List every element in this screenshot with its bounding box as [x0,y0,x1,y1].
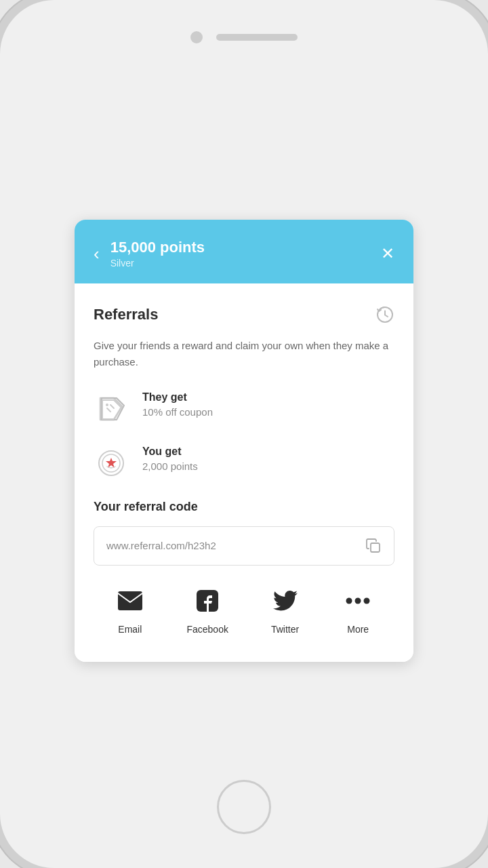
referral-section: Your referral code www.referral.com/h23h… [94,500,394,635]
you-get-item: You get 2,000 points [94,446,394,481]
share-more-button[interactable]: More [342,585,374,635]
share-facebook-button[interactable]: Facebook [186,585,228,635]
you-get-label: You get [142,446,198,458]
tier-label: Silver [110,258,205,269]
they-get-item: They get 10% off coupon [94,391,394,427]
header-left: ‹ 15,000 points Silver [94,239,205,269]
more-icon [342,585,374,617]
they-get-text: They get 10% off coupon [142,391,213,418]
phone-top-bar [190,31,298,43]
svg-rect-6 [118,591,142,610]
points-icon [94,446,129,481]
share-twitter-button[interactable]: Twitter [269,585,302,635]
svg-point-9 [355,597,361,604]
more-label: More [347,624,369,635]
share-email-button[interactable]: Email [114,585,146,635]
they-get-label: They get [142,391,213,403]
app-container: ‹ 15,000 points Silver ✕ Referrals [75,220,413,662]
svg-point-10 [364,597,370,604]
twitter-label: Twitter [271,624,299,635]
phone-camera [190,31,203,43]
history-icon[interactable] [375,305,394,324]
app-header: ‹ 15,000 points Silver ✕ [75,220,413,283]
share-row: Email Facebook [94,585,394,635]
points-label: 15,000 points [110,239,205,256]
referral-url-text: www.referral.com/h23h2 [106,540,365,551]
you-get-text: You get 2,000 points [142,446,198,472]
svg-point-1 [106,403,108,406]
close-button[interactable]: ✕ [381,245,394,262]
facebook-icon [191,585,224,617]
main-content: Referrals Give your friends a reward and… [75,283,413,662]
header-title-group: 15,000 points Silver [110,239,205,269]
referral-input-wrap: www.referral.com/h23h2 [94,526,394,566]
facebook-label: Facebook [186,624,228,635]
coupon-icon [94,391,129,427]
back-button[interactable]: ‹ [94,245,100,262]
home-button[interactable] [217,780,271,834]
email-icon [114,585,146,617]
section-title: Referrals [94,306,158,323]
phone-speaker [216,34,298,41]
referral-code-title: Your referral code [94,500,394,514]
email-label: Email [118,624,142,635]
they-get-value: 10% off coupon [142,406,213,418]
svg-rect-5 [371,543,380,552]
you-get-value: 2,000 points [142,460,198,472]
copy-icon[interactable] [365,538,382,554]
section-header: Referrals [94,305,394,324]
phone-frame: ‹ 15,000 points Silver ✕ Referrals [0,0,488,868]
twitter-icon [269,585,302,617]
svg-point-8 [346,597,352,604]
description-text: Give your friends a reward and claim you… [94,338,394,370]
